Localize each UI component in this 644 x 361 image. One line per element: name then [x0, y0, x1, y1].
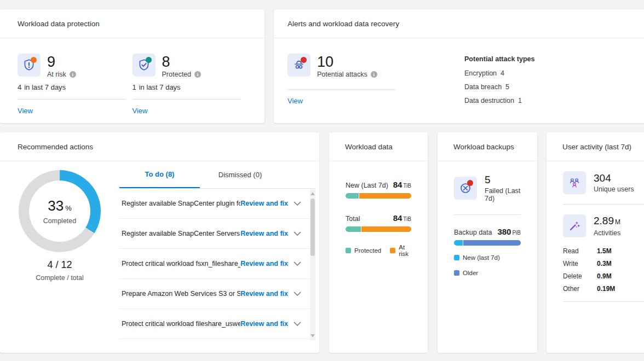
- failed-count: 5: [485, 174, 521, 186]
- shield-check-icon: [133, 54, 156, 77]
- action-row[interactable]: Prepare Amazon Web Services S3 or Storag…: [119, 279, 315, 309]
- activities-count: 2.89M: [594, 215, 620, 228]
- new-data-bar-group: New (Last 7d) 84TiB: [346, 180, 411, 199]
- breakdown-row-read: Read1.5M: [563, 247, 644, 255]
- review-and-fix-link[interactable]: Review and fix: [240, 260, 288, 267]
- workload-data-legend: Protected At risk: [346, 244, 411, 257]
- at-risk-stat: 9 At risk 4in last 7 days View: [18, 54, 133, 115]
- unique-users-stat: 304 Unique users: [563, 171, 644, 194]
- scroll-down-icon[interactable]: [311, 334, 315, 337]
- info-icon[interactable]: [194, 71, 201, 78]
- backup-data-value: 380PiB: [497, 227, 521, 236]
- alerts-recovery-card: Alerts and workload data recovery: [274, 9, 644, 123]
- protected-swatch: [346, 248, 351, 253]
- protected-count: 8: [162, 54, 202, 70]
- user-activity-card: User activity (last 7d) 304 Unique users: [547, 132, 644, 353]
- legend-protected: Protected: [346, 244, 381, 257]
- new-backup-segment: [454, 240, 463, 246]
- backups-legend: New (last 7d) Older: [454, 254, 521, 276]
- unique-users-count: 304: [594, 172, 634, 184]
- review-and-fix-link[interactable]: Review and fix: [240, 290, 288, 298]
- failed-badge-dot: [467, 180, 473, 186]
- card-title: Workload backups: [438, 132, 537, 161]
- new-data-value: 84TiB: [393, 180, 411, 189]
- attack-type-encryption: Encryption4: [464, 69, 535, 77]
- action-row[interactable]: Protect critical workload fsxn_fileshare…: [119, 249, 315, 279]
- chevron-down-icon[interactable]: [294, 261, 301, 266]
- at-risk-segment: [361, 226, 411, 232]
- divider: [288, 89, 395, 90]
- tab-to-do[interactable]: To do (8): [119, 161, 200, 188]
- completion-donut-section: 33% Completed 4 / 12 Complete / total: [0, 161, 119, 282]
- legend-at-risk: At risk: [390, 244, 411, 257]
- new-data-label: New (Last 7d): [346, 182, 388, 189]
- chevron-down-icon[interactable]: [294, 201, 301, 206]
- activities-label: Activities: [594, 229, 620, 237]
- protected-view-link[interactable]: View: [133, 107, 248, 115]
- dashboard: Workload data protection 9 At r: [0, 0, 644, 361]
- protected-segment: [346, 226, 361, 232]
- legend-new-backups: New (last 7d): [454, 254, 521, 261]
- potential-attacks-stat: 10 Potential attacks View: [288, 54, 464, 110]
- completion-percent: 33%: [48, 198, 71, 216]
- new-data-stacked-bar: [346, 193, 411, 199]
- protected-stat: 8 Protected 1in last 7 days View: [133, 54, 248, 115]
- backup-failed-icon: [454, 177, 477, 200]
- workload-data-protection-card: Workload data protection 9 At r: [0, 9, 264, 123]
- review-and-fix-link[interactable]: Review and fix: [240, 200, 288, 207]
- at-risk-badge-dot: [31, 57, 37, 63]
- divider: [133, 99, 241, 100]
- users-icon: [563, 171, 586, 194]
- completion-ratio: 4 / 12: [0, 259, 119, 271]
- protected-sub-text: 1in last 7 days: [133, 83, 248, 91]
- at-risk-label: At risk: [47, 71, 76, 78]
- attacks-view-link[interactable]: View: [288, 97, 464, 105]
- info-icon[interactable]: [371, 71, 377, 78]
- review-and-fix-link[interactable]: Review and fix: [240, 230, 288, 237]
- card-title: Workload data protection: [0, 9, 264, 38]
- total-data-stacked-bar: [346, 226, 411, 232]
- action-row[interactable]: Register available SnapCenter Servers wi…: [119, 219, 315, 249]
- workload-backups-card: Workload backups 5 Failed (Last 7d): [438, 132, 537, 353]
- divider: [563, 204, 644, 205]
- total-data-value: 84TiB: [393, 213, 411, 223]
- actions-scrollbar[interactable]: [310, 189, 315, 340]
- chevron-down-icon[interactable]: [294, 322, 301, 326]
- divider: [454, 214, 521, 215]
- at-risk-swatch: [390, 248, 395, 253]
- actions-list-section: To do (8) Dismissed (0) Register availab…: [119, 161, 315, 353]
- chevron-down-icon[interactable]: [294, 292, 301, 296]
- info-icon[interactable]: [70, 71, 76, 78]
- completion-caption: Completed: [43, 217, 76, 225]
- total-data-bar-group: Total 84TiB: [346, 213, 411, 232]
- card-title: Alerts and workload data recovery: [274, 9, 644, 38]
- at-risk-sub-text: 4in last 7 days: [18, 83, 133, 91]
- breakdown-row-delete: Delete0.9M: [563, 272, 644, 280]
- protected-label: Protected: [162, 71, 202, 78]
- review-and-fix-link[interactable]: Review and fix: [240, 320, 288, 328]
- unique-users-label: Unique users: [594, 185, 634, 193]
- action-row[interactable]: Protect critical workload fileshare_uswe…: [119, 309, 315, 339]
- card-title: Workload data: [329, 132, 428, 161]
- attacks-badge-dot: [301, 57, 307, 63]
- attack-type-data-destruction: Data destruction1: [464, 97, 535, 104]
- at-risk-view-link[interactable]: View: [18, 107, 133, 115]
- scroll-up-icon[interactable]: [311, 192, 315, 195]
- protected-badge-dot: [146, 57, 152, 63]
- chevron-down-icon[interactable]: [294, 231, 301, 236]
- protected-segment: [346, 193, 359, 199]
- spy-icon: [288, 54, 311, 77]
- backup-data-stacked-bar: [454, 240, 521, 246]
- attack-types-heading: Potential attack types: [464, 55, 535, 63]
- action-row[interactable]: Register available SnapCenter plugin for…: [119, 189, 315, 219]
- actions-tab-bar: To do (8) Dismissed (0): [119, 161, 315, 189]
- tab-dismissed[interactable]: Dismissed (0): [200, 161, 280, 188]
- scrollbar-thumb[interactable]: [311, 199, 315, 256]
- wand-icon: [563, 214, 586, 237]
- activity-breakdown: Read1.5M Write0.3M Delete0.9M Other0.19M: [563, 247, 644, 293]
- potential-attacks-count: 10: [317, 54, 377, 70]
- shield-alert-icon: [18, 54, 41, 77]
- card-title: Recommended actions: [0, 132, 319, 161]
- older-backup-swatch: [454, 270, 459, 276]
- legend-older-backups: Older: [454, 270, 521, 276]
